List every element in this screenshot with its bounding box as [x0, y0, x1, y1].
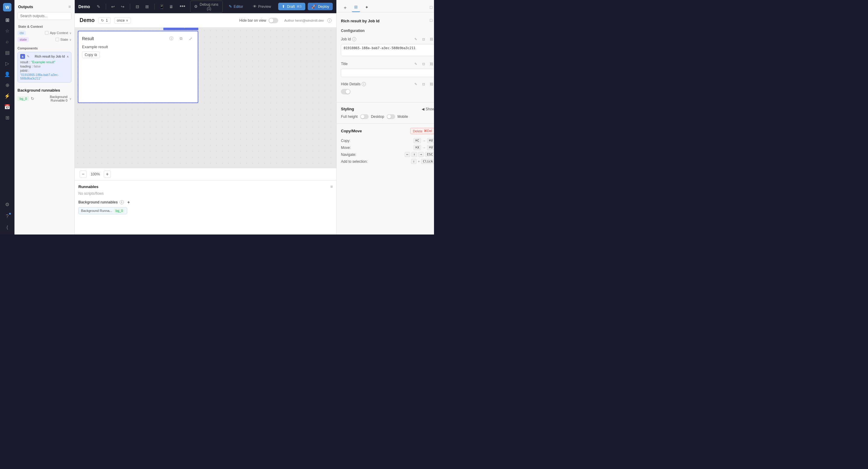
- sidebar-icon-search[interactable]: ⌕: [2, 37, 12, 46]
- copy-shortcut-row: Copy: ⌘C → ⌘V: [341, 137, 434, 144]
- state-copy-icon[interactable]: [56, 38, 59, 41]
- zoom-out-button[interactable]: −: [80, 170, 87, 178]
- config-section: Rich result by Job Id □ Configuration Jo…: [337, 12, 434, 102]
- sidebar-icon-settings[interactable]: ⚙: [2, 199, 12, 209]
- component-list-item[interactable]: a ✎ Rich result by Job Id ∧ result : "Ex…: [18, 52, 71, 83]
- comp-tool-anchor-icon[interactable]: ⚓: [181, 28, 189, 30]
- redo-button[interactable]: ↪: [119, 2, 126, 11]
- nav-kbd-left: ←: [405, 152, 410, 157]
- delete-button[interactable]: Delete ⌘Del: [410, 128, 434, 134]
- app-logo[interactable]: W: [3, 3, 11, 11]
- comp-tool-more-icon[interactable]: ⊞: [190, 28, 197, 30]
- bg-runnables-info-icon[interactable]: i: [120, 200, 124, 205]
- toolbar-sep-1: [106, 4, 106, 10]
- full-height-toggle[interactable]: [360, 114, 369, 119]
- title-link-icon[interactable]: ⊡: [420, 61, 427, 67]
- editor-button[interactable]: ✎ Editor: [225, 3, 247, 10]
- right-panel-add-button[interactable]: +: [341, 4, 349, 12]
- sidebar-icon-star[interactable]: ☆: [2, 26, 12, 36]
- bg-runnable-item[interactable]: Background Runna... bg_0: [79, 207, 127, 214]
- no-scripts-text: No scripts/flows: [79, 191, 333, 196]
- draft-button[interactable]: ⬆ Draft ⌘S: [278, 3, 305, 10]
- once-button[interactable]: once ∨: [114, 17, 131, 24]
- move-kbd-2: ⌘V: [427, 145, 434, 150]
- sidebar-icon-blocks[interactable]: ⊞: [2, 113, 12, 122]
- job-id-icons: ✎ ⊡ ⛓: [412, 36, 434, 42]
- sidebar-icon-calendar[interactable]: 📅: [2, 102, 12, 112]
- sidebar-icon-help[interactable]: ?: [2, 212, 12, 221]
- title-unlink-icon[interactable]: ⛓: [428, 61, 434, 67]
- edit-name-button[interactable]: ✎: [95, 2, 102, 11]
- result-expand-icon[interactable]: ⤢: [187, 35, 194, 42]
- sidebar-icon-users[interactable]: 👤: [2, 69, 12, 79]
- hide-details-info-icon[interactable]: i: [362, 82, 366, 86]
- title-input[interactable]: Result: [341, 69, 434, 77]
- runnables-collapse-icon[interactable]: ≡: [330, 184, 333, 189]
- bg-refresh-icon[interactable]: ↻: [31, 96, 34, 101]
- result-copy-icon[interactable]: ⧉: [177, 35, 184, 42]
- debug-runs-button[interactable]: ⚙ Debug runs (1): [190, 1, 223, 13]
- state-tag[interactable]: state: [18, 37, 29, 42]
- bg-runnables-add-icon[interactable]: +: [126, 199, 132, 205]
- show-button[interactable]: ◀ Show: [422, 107, 434, 111]
- ctx-copy-icon[interactable]: [45, 31, 49, 35]
- comp-tool-down-icon[interactable]: ↓: [164, 28, 172, 30]
- job-id-link-icon[interactable]: ⊡: [420, 36, 427, 42]
- add-sel-click: Click: [421, 159, 434, 164]
- sidebar-icon-expand[interactable]: ⟨: [2, 222, 12, 232]
- state-row-right: State ∨: [56, 38, 71, 41]
- author-info-icon[interactable]: i: [327, 19, 332, 23]
- deploy-icon: 🚀: [311, 4, 316, 9]
- mobile-view-button[interactable]: 📱: [158, 2, 165, 11]
- right-panel: + ⊞ ✦ □ Rich result by Job Id □ Configur…: [336, 0, 434, 234]
- title-label: Title: [341, 62, 347, 66]
- job-id-unlink-icon[interactable]: ⛓: [428, 36, 434, 42]
- state-chevron-icon[interactable]: ∨: [69, 38, 71, 41]
- component-edit-icon[interactable]: ✎: [27, 55, 30, 59]
- result-header: Result ⓘ ⧉ ⤢: [82, 35, 194, 42]
- hide-details-unlink-icon[interactable]: ⛓: [428, 81, 434, 87]
- ctx-tag[interactable]: ctx: [18, 30, 26, 35]
- layout-grid-button[interactable]: ⊞: [144, 2, 151, 11]
- deploy-button[interactable]: 🚀 Deploy: [308, 3, 333, 10]
- job-id-info-icon[interactable]: i: [352, 37, 356, 41]
- right-panel-tab-components[interactable]: ⊞: [352, 4, 360, 12]
- job-id-input[interactable]: 01910865-188a-bab7-a3ec-588b9ba3c211: [341, 44, 434, 56]
- component-canvas-toolbar: ↓ ⤢ ⚓ ⊞: [163, 28, 198, 30]
- search-input[interactable]: [18, 12, 71, 20]
- hide-bar-control: Hide bar on view: [239, 18, 278, 23]
- copy-button[interactable]: Copy ⧉: [82, 52, 100, 58]
- hide-bar-toggle[interactable]: [269, 18, 278, 23]
- undo-button[interactable]: ↩: [110, 2, 117, 11]
- layout-col-button[interactable]: ⊟: [134, 2, 141, 11]
- desktop-view-button[interactable]: 🖥: [167, 2, 175, 11]
- zoom-in-button[interactable]: +: [104, 170, 111, 178]
- sidebar-icon-bolt[interactable]: ⚡: [2, 91, 12, 101]
- right-panel-tab-settings[interactable]: ✦: [363, 4, 371, 12]
- preview-button[interactable]: 👁 Preview: [249, 3, 275, 10]
- more-options-icon[interactable]: •••: [180, 3, 185, 10]
- ctx-chevron-icon[interactable]: ∨: [69, 31, 71, 35]
- job-id-edit-icon[interactable]: ✎: [412, 36, 419, 42]
- bg-chevron-icon[interactable]: ∨: [69, 97, 71, 100]
- sidebar-icon-play[interactable]: ▷: [2, 59, 12, 68]
- comp-tool-expand-icon[interactable]: ⤢: [173, 28, 180, 30]
- sidebar-icon-layout[interactable]: ▤: [2, 48, 12, 57]
- sidebar-icon-globe[interactable]: ⊕: [2, 80, 12, 90]
- bg-tag[interactable]: bg_0: [18, 96, 29, 101]
- right-panel-close-icon[interactable]: □: [427, 4, 434, 11]
- desktop-toggle[interactable]: [387, 114, 395, 119]
- canvas-area[interactable]: a ↓ ⤢ ⚓ ⊞ Result ⓘ ⧉ ⤢: [75, 28, 336, 180]
- runs-control[interactable]: ↻ 1: [98, 17, 111, 24]
- runnables-panel: Runnables ≡ No scripts/flows Background …: [75, 180, 336, 234]
- hide-details-edit-icon[interactable]: ✎: [412, 81, 419, 87]
- component-chevron-icon[interactable]: ∧: [67, 55, 69, 58]
- outputs-collapse-icon[interactable]: ≡: [68, 4, 71, 9]
- component-result-prop: result : "Example result": [20, 60, 69, 64]
- close-config-icon[interactable]: □: [427, 17, 434, 24]
- title-edit-icon[interactable]: ✎: [412, 61, 419, 67]
- sidebar-icon-home[interactable]: ⊞: [2, 15, 12, 25]
- hide-details-link-icon[interactable]: ⊡: [420, 81, 427, 87]
- hide-details-toggle[interactable]: [341, 89, 350, 94]
- result-info-icon[interactable]: ⓘ: [167, 35, 175, 42]
